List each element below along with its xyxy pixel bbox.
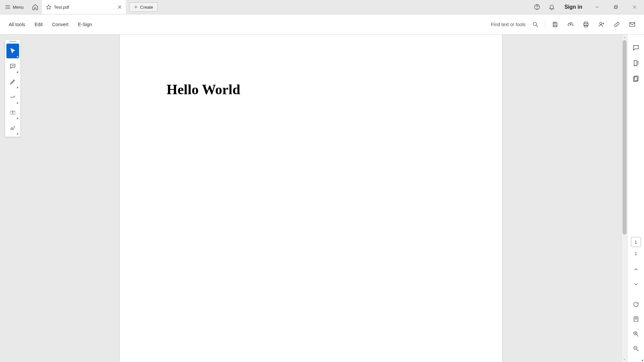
scroll-down-button[interactable] xyxy=(622,356,627,362)
zoom-in-button[interactable] xyxy=(629,327,643,341)
highlighter-icon xyxy=(9,78,16,85)
comment-icon xyxy=(9,63,16,70)
svg-rect-22 xyxy=(585,25,587,27)
zoom-out-button[interactable] xyxy=(629,342,643,355)
page-layout-icon xyxy=(633,316,639,322)
scroll-up-button[interactable] xyxy=(622,35,627,40)
pages-icon xyxy=(632,75,640,82)
titlebar: Menu Test.pdf Create Sign in xyxy=(0,0,644,14)
svg-point-23 xyxy=(600,22,602,24)
help-button[interactable] xyxy=(530,0,544,14)
highlight-tool[interactable] xyxy=(6,74,19,89)
maximize-button[interactable] xyxy=(606,0,625,14)
help-icon xyxy=(534,4,540,10)
zoom-in-icon xyxy=(633,330,639,337)
print-button[interactable] xyxy=(578,14,594,34)
share-user-button[interactable] xyxy=(594,14,609,34)
save-icon xyxy=(552,21,558,28)
plus-icon xyxy=(133,5,138,9)
page-total: 1 xyxy=(635,251,637,256)
comment-tool[interactable] xyxy=(6,59,19,74)
svg-rect-12 xyxy=(614,6,617,9)
bookmarks-panel-button[interactable] xyxy=(629,57,643,70)
svg-rect-17 xyxy=(554,22,556,23)
page-number-input[interactable] xyxy=(631,237,641,247)
create-button[interactable]: Create xyxy=(129,2,158,12)
chevron-down-icon xyxy=(623,358,626,361)
svg-line-16 xyxy=(536,25,538,27)
maximize-icon xyxy=(613,5,618,9)
svg-point-15 xyxy=(533,22,536,25)
svg-rect-11 xyxy=(615,5,618,8)
search-icon xyxy=(532,21,539,28)
tab-close-icon[interactable] xyxy=(117,4,122,10)
draw-tool[interactable] xyxy=(6,90,19,105)
rotate-icon xyxy=(633,301,639,308)
tab-title: Test.pdf xyxy=(54,5,114,10)
close-button[interactable] xyxy=(625,0,644,14)
cursor-icon xyxy=(9,48,16,54)
document-tab[interactable]: Test.pdf xyxy=(42,0,126,14)
scroll-track[interactable] xyxy=(622,40,627,356)
document-page: Hello World xyxy=(120,35,502,362)
print-icon xyxy=(583,21,589,28)
svg-line-38 xyxy=(637,335,638,337)
zoom-out-icon xyxy=(633,345,639,352)
page-up-button[interactable] xyxy=(629,263,643,276)
chevron-up-icon xyxy=(633,266,639,273)
convert-menu[interactable]: Convert xyxy=(47,14,73,34)
textbox-icon xyxy=(9,109,16,116)
esign-menu[interactable]: E-Sign xyxy=(73,14,97,34)
create-label: Create xyxy=(140,5,153,10)
minimize-icon xyxy=(595,5,599,9)
svg-rect-18 xyxy=(554,25,556,26)
content-area: Hello World 1 xyxy=(0,35,644,362)
scroll-thumb[interactable] xyxy=(623,40,627,235)
document-viewport[interactable]: Hello World xyxy=(0,35,622,362)
find-label: Find text or tools xyxy=(491,22,526,27)
page-display-button[interactable] xyxy=(629,312,643,326)
home-button[interactable] xyxy=(29,0,42,14)
rotate-button[interactable] xyxy=(629,298,643,311)
upload-button[interactable] xyxy=(563,14,578,34)
edit-menu[interactable]: Edit xyxy=(30,14,47,34)
document-heading: Hello World xyxy=(167,81,455,98)
save-button[interactable] xyxy=(547,14,563,34)
vertical-scrollbar[interactable] xyxy=(622,35,627,362)
titlebar-right: Sign in xyxy=(530,0,644,14)
quick-tools-palette xyxy=(5,39,21,137)
chevron-up-icon xyxy=(623,36,626,39)
menu-label: Menu xyxy=(13,5,24,10)
svg-point-9 xyxy=(537,8,537,9)
signin-button[interactable]: Sign in xyxy=(559,4,588,10)
pages-panel-button[interactable] xyxy=(629,72,643,85)
notifications-button[interactable] xyxy=(544,0,559,14)
cloud-upload-icon xyxy=(567,21,574,28)
comments-panel-button[interactable] xyxy=(629,41,643,55)
divider xyxy=(545,20,545,29)
palette-grip[interactable] xyxy=(6,41,19,42)
minimize-button[interactable] xyxy=(588,0,606,14)
search-button[interactable] xyxy=(528,14,543,34)
bookmark-icon xyxy=(632,60,640,67)
close-icon xyxy=(632,5,637,9)
bell-icon xyxy=(548,4,555,10)
right-rail: 1 xyxy=(627,35,644,362)
all-tools-menu[interactable]: All tools xyxy=(4,14,30,34)
link-button[interactable] xyxy=(609,14,625,34)
chevron-down-icon xyxy=(633,281,639,287)
email-button[interactable] xyxy=(625,14,640,34)
toolbar: All tools Edit Convert E-Sign Find text … xyxy=(0,14,644,35)
user-plus-icon xyxy=(598,21,605,28)
link-icon xyxy=(613,21,620,28)
draw-icon xyxy=(9,94,16,101)
home-icon xyxy=(32,4,39,10)
star-icon xyxy=(46,4,51,10)
signature-icon xyxy=(9,125,16,131)
page-down-button[interactable] xyxy=(629,278,643,291)
sign-tool[interactable] xyxy=(6,121,19,135)
menu-button[interactable]: Menu xyxy=(0,0,29,14)
select-tool[interactable] xyxy=(6,44,19,58)
svg-line-42 xyxy=(637,350,638,351)
textbox-tool[interactable] xyxy=(6,105,19,120)
